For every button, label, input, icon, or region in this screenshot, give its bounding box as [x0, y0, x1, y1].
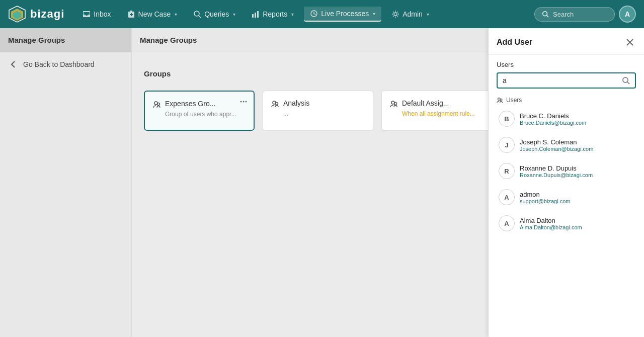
user-email-joseph: Joseph.Coleman@bizagi.com: [520, 146, 593, 152]
logo-icon: [8, 5, 26, 23]
user-info-bruce: Bruce C. Daniels Bruce.Daniels@bizagi.co…: [520, 112, 586, 126]
svg-line-31: [627, 82, 629, 84]
new-case-icon: [127, 10, 135, 18]
user-item-alma[interactable]: A Alma Dalton Alma.Dalton@bizagi.com: [497, 213, 636, 233]
svg-rect-6: [255, 13, 256, 18]
svg-point-23: [246, 101, 247, 103]
nav-reports[interactable]: Reports ▾: [246, 7, 300, 21]
user-avatar-admon: A: [499, 189, 515, 205]
search-icon: [542, 11, 549, 18]
user-name-alma: Alma Dalton: [520, 217, 582, 224]
user-email-bruce: Bruce.Daniels@bizagi.com: [520, 120, 586, 126]
user-item-bruce[interactable]: B Bruce C. Daniels Bruce.Daniels@bizagi.…: [497, 109, 636, 129]
group-card-analysis[interactable]: Analysis ...: [263, 91, 373, 131]
users-section-icon: [497, 97, 503, 104]
svg-rect-7: [257, 11, 259, 18]
back-arrow-icon: [8, 59, 18, 69]
user-search-icon[interactable]: [622, 76, 630, 85]
svg-point-33: [500, 99, 502, 101]
group-desc-analysis: ...: [271, 110, 365, 117]
svg-line-4: [199, 16, 201, 18]
user-name-admon: admon: [520, 191, 570, 198]
nav-admin[interactable]: Admin ▾: [385, 7, 435, 21]
svg-point-30: [623, 77, 628, 82]
group-desc-expenses: Group of users who appr...: [153, 111, 246, 118]
reports-icon: [252, 10, 260, 18]
group-desc-default: When all assignment rule...: [390, 110, 484, 117]
user-avatar[interactable]: A: [619, 6, 636, 23]
nav-new-case[interactable]: New Case ▾: [121, 7, 184, 21]
page-layout: Manage Groups Go Back to Dashboard Manag…: [0, 28, 644, 337]
sidebar-page-title: Manage Groups: [8, 36, 65, 44]
user-name-joseph: Joseph S. Coleman: [520, 138, 593, 146]
add-user-panel: Add User Users: [488, 28, 644, 337]
new-case-chevron: ▾: [175, 12, 177, 17]
ellipsis-icon: [240, 98, 247, 105]
sidebar: Manage Groups Go Back to Dashboard: [0, 28, 132, 337]
panel-close-button[interactable]: [624, 36, 636, 48]
group-icon-expenses: [153, 101, 161, 109]
groups-section-label: Groups: [144, 69, 171, 78]
svg-point-20: [157, 103, 160, 106]
svg-line-11: [547, 16, 549, 18]
user-item-joseph[interactable]: J Joseph S. Coleman Joseph.Coleman@bizag…: [497, 135, 636, 155]
users-field-label: Users: [497, 61, 636, 68]
svg-rect-5: [252, 14, 254, 18]
user-name-bruce: Bruce C. Daniels: [520, 112, 586, 120]
user-avatar-bruce: B: [499, 111, 515, 127]
users-section-label: Users: [497, 97, 636, 104]
group-name-default: Default Assig...: [402, 99, 449, 107]
page-title: Manage Groups: [140, 36, 197, 44]
group-icon-analysis: [271, 100, 279, 108]
user-avatar-alma: A: [499, 215, 515, 231]
nav-live-processes[interactable]: Live Processes ▾: [304, 7, 381, 22]
group-icon-default: [390, 100, 398, 108]
global-search[interactable]: Search: [534, 7, 615, 22]
live-processes-icon: [310, 10, 318, 18]
user-info-joseph: Joseph S. Coleman Joseph.Coleman@bizagi.…: [520, 138, 593, 152]
logo-text: bizagi: [30, 8, 64, 21]
group-card-expenses[interactable]: Expenses Gro... Group of users who appr.…: [144, 91, 255, 131]
go-back-label: Go Back to Dashboard: [23, 60, 95, 68]
panel-header: Add User: [489, 28, 644, 55]
svg-point-10: [543, 12, 547, 16]
user-info-admon: admon support@bizagi.com: [520, 191, 570, 204]
main-area: Manage Groups: [132, 28, 644, 337]
group-menu-expenses[interactable]: [238, 97, 249, 107]
inbox-icon: [83, 10, 91, 18]
user-item-admon[interactable]: A admon support@bizagi.com: [497, 187, 636, 207]
user-item-roxanne[interactable]: R Roxanne D. Dupuis Roxanne.Dupuis@bizag…: [497, 161, 636, 181]
queries-icon: [193, 10, 201, 18]
svg-point-9: [394, 13, 397, 16]
group-card-default-assign[interactable]: Default Assig... When all assignment rul…: [381, 91, 492, 131]
group-name-expenses: Expenses Gro...: [165, 100, 215, 108]
user-email-admon: support@bizagi.com: [520, 198, 570, 204]
user-name-roxanne: Roxanne D. Dupuis: [520, 164, 593, 172]
user-search-input[interactable]: [503, 76, 622, 85]
go-back-button[interactable]: Go Back to Dashboard: [0, 52, 131, 76]
group-card-header: Expenses Gro...: [153, 100, 246, 109]
nav-inbox[interactable]: Inbox: [76, 7, 117, 21]
svg-point-22: [243, 101, 245, 103]
app-logo[interactable]: bizagi: [8, 5, 64, 23]
reports-chevron: ▾: [291, 12, 294, 17]
svg-point-25: [276, 103, 278, 105]
admin-icon: [391, 10, 399, 18]
group-card-header-default: Default Assig...: [390, 99, 484, 108]
panel-title: Add User: [497, 38, 532, 47]
close-icon: [626, 39, 633, 46]
user-email-roxanne: Roxanne.Dupuis@bizagi.com: [520, 172, 593, 178]
panel-body: Users Users B: [489, 55, 644, 337]
user-info-roxanne: Roxanne D. Dupuis Roxanne.Dupuis@bizagi.…: [520, 164, 593, 178]
sidebar-header: Manage Groups: [0, 28, 131, 52]
group-card-header-analysis: Analysis: [271, 99, 365, 108]
live-processes-chevron: ▾: [373, 11, 375, 17]
user-email-alma: Alma.Dalton@bizagi.com: [520, 224, 582, 230]
nav-queries[interactable]: Queries ▾: [187, 7, 242, 21]
svg-point-3: [194, 11, 199, 16]
user-avatar-roxanne: R: [499, 163, 515, 179]
navbar-right: Search A: [534, 6, 636, 23]
admin-chevron: ▾: [427, 12, 429, 17]
user-info-alma: Alma Dalton Alma.Dalton@bizagi.com: [520, 217, 582, 230]
group-name-analysis: Analysis: [283, 99, 309, 107]
